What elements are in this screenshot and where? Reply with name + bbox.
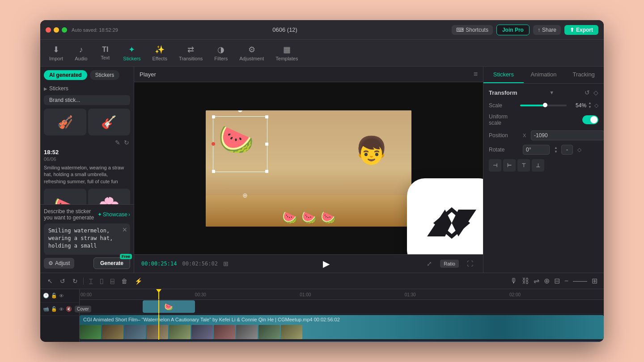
caption-button[interactable]: ⊟ — [553, 276, 561, 286]
audio-mute-icon[interactable]: 🔇 — [66, 306, 72, 312]
sticker-cell-1[interactable]: 🍉 — [44, 189, 86, 204]
refresh-violin-icon[interactable]: ↻ — [123, 138, 130, 147]
eye-icon-1[interactable]: 👁 — [59, 293, 64, 299]
crop-button[interactable]: ⌸ — [109, 277, 116, 286]
violin-sticker-2[interactable]: 🎸 — [88, 109, 131, 135]
handle-top-right[interactable] — [265, 115, 268, 118]
rotate-increment[interactable]: ▲ — [553, 146, 559, 150]
uniform-scale-toggle[interactable] — [582, 115, 598, 124]
maximize-button[interactable] — [62, 27, 67, 33]
scale-slider[interactable] — [520, 105, 567, 106]
text-icon: TI — [102, 46, 108, 54]
sticker-clip[interactable]: 🍉 — [143, 300, 195, 313]
handle-bottom-right[interactable] — [265, 170, 268, 173]
redo-button[interactable]: ↻ — [71, 277, 80, 286]
pos-x-field: X ▲ ▼ — [523, 130, 604, 140]
player-scene: 👦 🍉 🍉 🍉 — [206, 110, 411, 227]
scale-keyframe-button[interactable]: ◇ — [594, 102, 598, 109]
free-badge: Free — [120, 254, 132, 259]
trim-button[interactable]: ⌷ — [98, 277, 105, 286]
play-button[interactable]: ▶ — [323, 258, 330, 269]
brand-sticker-button[interactable]: Brand stick... — [44, 95, 130, 105]
fullscreen-button[interactable]: ⛶ — [464, 259, 476, 269]
tool-templates[interactable]: ▦ Templates — [270, 42, 303, 64]
share-button[interactable]: ↑ Share — [533, 25, 561, 35]
generate-label-row: Describe the sticker you want to generat… — [44, 208, 130, 221]
scale-slider-thumb[interactable] — [543, 103, 547, 107]
generate-input[interactable] — [48, 227, 126, 249]
rotate-input[interactable] — [523, 145, 550, 155]
align-right-button[interactable]: ⊤ — [517, 159, 530, 172]
video-icon[interactable]: 📹 — [43, 306, 49, 312]
grid-view-button[interactable]: ⊞ — [223, 260, 229, 267]
tab-stickers[interactable]: Stickers — [90, 70, 120, 80]
clear-input-button[interactable]: ✕ — [122, 226, 127, 233]
pos-x-input[interactable] — [531, 130, 604, 140]
tool-stickers[interactable]: ✦ Stickers — [118, 42, 146, 64]
audio-clip[interactable] — [80, 341, 604, 342]
magnet-button[interactable]: ⊕ — [543, 276, 551, 286]
handle-center-right[interactable] — [265, 143, 268, 146]
tab-tracking[interactable]: Tracking — [564, 67, 604, 83]
eye-icon-2[interactable]: 👁 — [59, 307, 64, 312]
scale-decrement-button[interactable]: ▼ — [587, 105, 593, 109]
sticker-cell-2[interactable]: 🌸 — [88, 189, 131, 204]
sticker-selection-container[interactable]: 🍉 — [209, 114, 299, 199]
tool-transitions[interactable]: ⇄ Transitions — [174, 42, 208, 64]
close-button[interactable] — [46, 27, 51, 33]
split-button[interactable]: ⌶ — [87, 277, 94, 286]
align-center-h-button[interactable]: ⊢ — [503, 159, 516, 172]
tool-adjustment[interactable]: ⚙ Adjustment — [234, 42, 269, 64]
cursor-tool-button[interactable]: ↖ — [46, 277, 55, 286]
link-button[interactable]: ⛓ — [521, 276, 530, 286]
violin-sticker-1[interactable]: 🎻 — [44, 109, 86, 135]
rotate-decrement[interactable]: ▼ — [553, 150, 559, 154]
tool-text[interactable]: TI Text — [93, 43, 117, 63]
tool-import[interactable]: ⬇ Import — [44, 42, 68, 64]
minimize-button[interactable] — [54, 27, 59, 33]
zoom-slider-button[interactable]: —— — [572, 276, 588, 286]
stickers-category[interactable]: ▶ Stickers — [40, 84, 134, 93]
position-row: Position X ▲ ▼ Y ▲ ▼ — [489, 130, 598, 140]
playhead[interactable] — [158, 289, 159, 299]
align-left-button[interactable]: ⊣ — [489, 159, 501, 172]
handle-center-left[interactable] — [212, 142, 215, 146]
ripple-button[interactable]: ⇌ — [533, 276, 540, 286]
toolbar: ⬇ Import ♪ Audio TI Text ✦ Stickers ✨ Ef… — [40, 40, 604, 67]
tool-audio[interactable]: ♪ Audio — [69, 42, 93, 64]
tab-animation[interactable]: Animation — [524, 67, 564, 83]
lock-icon-1[interactable]: 🔓 — [51, 293, 57, 299]
align-bottom-button[interactable]: ⊥ — [532, 159, 544, 172]
undo-transform-button[interactable]: ↺ — [585, 89, 590, 96]
showcase-link[interactable]: ✦ Showcase › — [97, 211, 130, 218]
clock-icon[interactable]: 🕐 — [43, 293, 49, 299]
scale-increment-button[interactable]: ▲ — [587, 101, 593, 105]
undo-button[interactable]: ↺ — [58, 277, 67, 286]
fit-timeline-button[interactable]: ⊞ — [591, 276, 598, 286]
adjust-button[interactable]: ⚙ Adjust — [44, 258, 74, 269]
thumb-3 — [124, 325, 146, 339]
join-pro-button[interactable]: Join Pro — [496, 25, 530, 35]
tab-stickers[interactable]: Stickers — [483, 67, 524, 83]
reset-transform-button[interactable]: ◇ — [593, 89, 598, 96]
tool-effects[interactable]: ✨ Effects — [147, 42, 172, 64]
transform-expand-icon: ▼ — [549, 90, 554, 95]
tool-filters[interactable]: ◑ Filters — [209, 42, 233, 64]
mic-button[interactable]: 🎙 — [509, 276, 518, 286]
edit-violin-icon[interactable]: ✎ — [114, 138, 121, 147]
ratio-button[interactable]: Ratio — [440, 260, 459, 268]
export-button[interactable]: ⬆ Export — [564, 25, 598, 35]
lock-icon-2[interactable]: 🔓 — [51, 306, 57, 312]
handle-top-left[interactable] — [212, 115, 215, 118]
text-button[interactable]: ⚡ — [133, 277, 144, 286]
rotate-keyframe-button[interactable]: ◇ — [577, 147, 581, 153]
thumb-4 — [147, 325, 168, 339]
fit-view-button[interactable]: ⤢ — [424, 259, 435, 269]
delete-button[interactable]: 🗑 — [119, 277, 129, 286]
handle-bottom-left[interactable] — [212, 170, 215, 173]
timeline-area: ↖ ↺ ↻ ⌶ ⌷ ⌸ 🗑 ⚡ 🎙 ⛓ ⇌ ⊕ ⊟ − —— ⊞ — [40, 273, 604, 342]
zoom-out-button[interactable]: − — [564, 276, 569, 286]
shortcuts-button[interactable]: ⌨ Shortcuts — [452, 25, 493, 35]
tab-ai-generated[interactable]: AI generated — [44, 70, 87, 80]
player-menu-button[interactable]: ≡ — [474, 70, 478, 78]
